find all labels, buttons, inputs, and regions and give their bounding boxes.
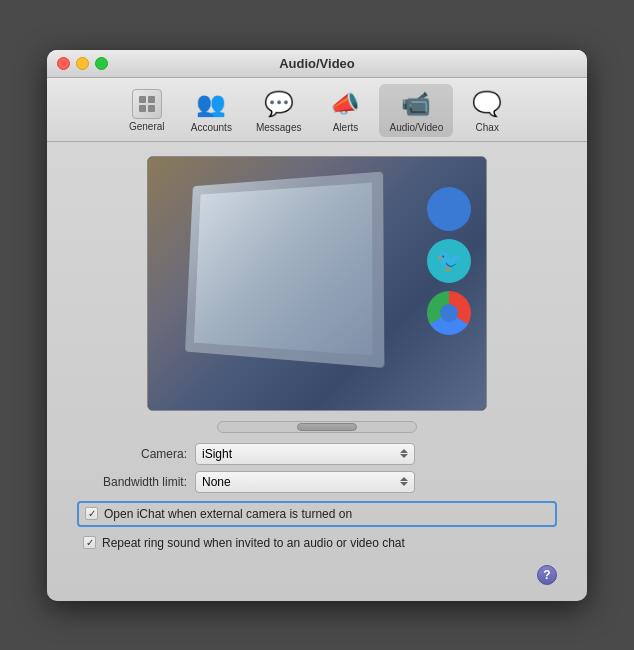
camera-select-arrow [400, 449, 408, 458]
bandwidth-value: None [202, 475, 231, 489]
toolbar: General 👥 Accounts 💬 Messages 📣 Alerts 📹… [47, 78, 587, 142]
chax-icon: 🗨️ [471, 88, 503, 120]
alerts-icon: 📣 [329, 88, 361, 120]
arrow-down-icon [400, 454, 408, 458]
bandwidth-label: Bandwidth limit: [77, 475, 187, 489]
titlebar: Audio/Video [47, 50, 587, 78]
window: Audio/Video General 👥 Accounts 💬 Message… [47, 50, 587, 601]
toolbar-item-accounts[interactable]: 👥 Accounts [181, 84, 242, 137]
svg-rect-1 [148, 96, 155, 103]
bandwidth-select[interactable]: None [195, 471, 415, 493]
video-icon-chrome [427, 291, 471, 335]
close-button[interactable] [57, 57, 70, 70]
bandwidth-row: Bandwidth limit: None [67, 471, 567, 493]
toolbar-item-chax[interactable]: 🗨️ Chax [457, 84, 517, 137]
video-icon-blue [427, 187, 471, 231]
traffic-lights [57, 57, 108, 70]
toolbar-item-messages[interactable]: 💬 Messages [246, 84, 312, 137]
svg-rect-0 [139, 96, 146, 103]
checkbox-label-repeat-ring: Repeat ring sound when invited to an aud… [102, 536, 405, 550]
toolbar-label-alerts: Alerts [333, 122, 359, 133]
scrollbar-area [147, 421, 487, 433]
camera-row: Camera: iSight [67, 443, 567, 465]
toolbar-label-general: General [129, 121, 165, 132]
scrollbar-track[interactable] [217, 421, 417, 433]
bw-arrow-down-icon [400, 482, 408, 486]
checkbox-section: ✓ Open iChat when external camera is tur… [67, 501, 567, 554]
minimize-button[interactable] [76, 57, 89, 70]
footer-row: ? [67, 559, 567, 585]
video-icon-teal: 🐦 [427, 239, 471, 283]
accounts-icon: 👥 [195, 88, 227, 120]
video-inner: 🐦 [148, 157, 486, 410]
toolbar-item-audiovideo[interactable]: 📹 Audio/Video [379, 84, 453, 137]
messages-icon: 💬 [263, 88, 295, 120]
arrow-up-icon [400, 449, 408, 453]
window-title: Audio/Video [279, 56, 355, 71]
video-preview: 🐦 [147, 156, 487, 411]
content: 🐦 Camera: iSight Bandwidth [47, 142, 587, 601]
help-button[interactable]: ? [537, 565, 557, 585]
checkbox-row-repeat-ring: ✓ Repeat ring sound when invited to an a… [77, 532, 557, 554]
checkbox-row-open-ichat: ✓ Open iChat when external camera is tur… [77, 501, 557, 527]
audiovideo-icon: 📹 [400, 88, 432, 120]
camera-label: Camera: [77, 447, 187, 461]
toolbar-item-general[interactable]: General [117, 85, 177, 136]
camera-select[interactable]: iSight [195, 443, 415, 465]
scrollbar-thumb[interactable] [297, 423, 357, 431]
svg-rect-2 [139, 105, 146, 112]
checkbox-open-ichat[interactable]: ✓ [85, 507, 98, 520]
bandwidth-select-arrow [400, 477, 408, 486]
general-icon [132, 89, 162, 119]
toolbar-label-accounts: Accounts [191, 122, 232, 133]
toolbar-item-alerts[interactable]: 📣 Alerts [315, 84, 375, 137]
svg-rect-3 [148, 105, 155, 112]
video-screen [185, 171, 384, 367]
toolbar-label-messages: Messages [256, 122, 302, 133]
checkbox-label-open-ichat: Open iChat when external camera is turne… [104, 507, 352, 521]
video-icons: 🐦 [427, 187, 471, 335]
checkbox-repeat-ring[interactable]: ✓ [83, 536, 96, 549]
bw-arrow-up-icon [400, 477, 408, 481]
camera-value: iSight [202, 447, 232, 461]
maximize-button[interactable] [95, 57, 108, 70]
toolbar-label-chax: Chax [476, 122, 499, 133]
toolbar-label-audiovideo: Audio/Video [389, 122, 443, 133]
